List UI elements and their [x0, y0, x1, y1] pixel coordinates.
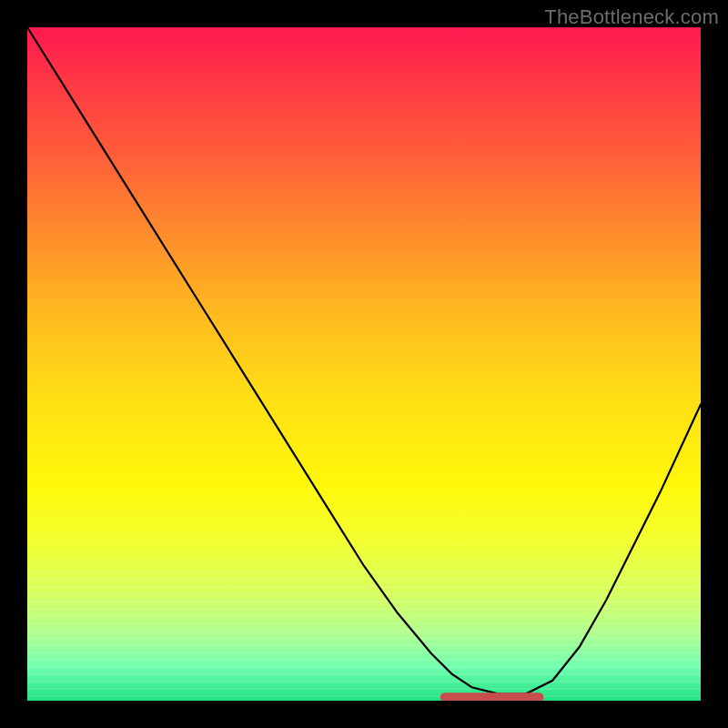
watermark-text: TheBottleneck.com	[544, 5, 719, 29]
plot-area	[27, 27, 701, 701]
gradient-banding	[27, 566, 701, 701]
chart-container: TheBottleneck.com	[0, 0, 728, 728]
bottleneck-curve	[27, 27, 701, 694]
chart-svg	[27, 27, 701, 701]
